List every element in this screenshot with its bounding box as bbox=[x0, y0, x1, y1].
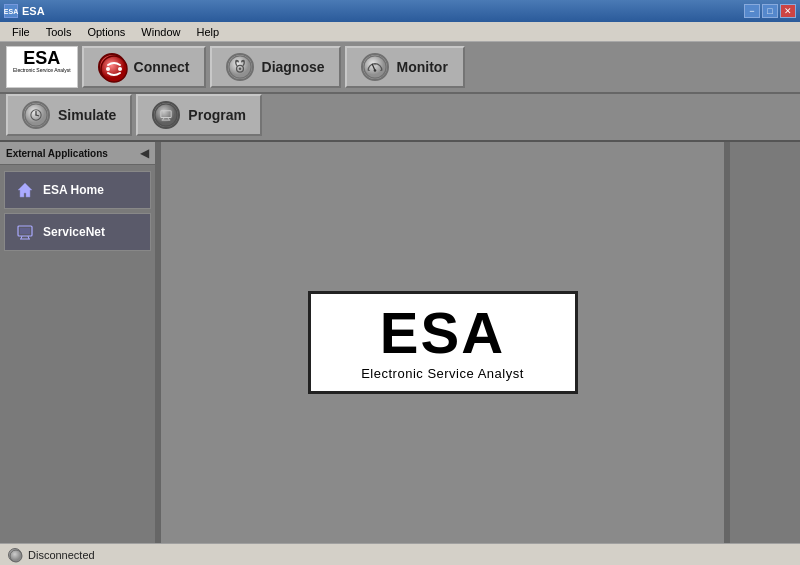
svg-point-3 bbox=[228, 56, 250, 78]
svg-point-9 bbox=[373, 69, 376, 72]
servicenet-icon bbox=[15, 222, 35, 242]
svg-point-6 bbox=[242, 60, 245, 63]
center-panel: ESA Electronic Service Analyst bbox=[161, 142, 724, 543]
title-bar: ESA ESA − □ ✕ bbox=[0, 0, 800, 22]
monitor-icon bbox=[361, 53, 389, 81]
svg-point-27 bbox=[10, 550, 22, 562]
sidebar-pin[interactable]: ◀ bbox=[140, 146, 149, 160]
diagnose-label: Diagnose bbox=[262, 59, 325, 75]
program-label: Program bbox=[188, 107, 246, 123]
program-button[interactable]: Program bbox=[136, 94, 262, 136]
menu-options[interactable]: Options bbox=[79, 24, 133, 40]
esa-home-label: ESA Home bbox=[43, 183, 104, 197]
svg-point-5 bbox=[235, 60, 238, 63]
home-icon bbox=[15, 180, 35, 200]
window-controls: − □ ✕ bbox=[744, 4, 796, 18]
esa-center-logo-subtitle: Electronic Service Analyst bbox=[361, 366, 524, 381]
esa-logo-header: ESA Electronic Service Analyst bbox=[6, 46, 78, 88]
svg-point-1 bbox=[106, 67, 110, 71]
esa-logo-header-subtitle: Electronic Service Analyst bbox=[13, 67, 71, 73]
right-panel bbox=[730, 142, 800, 543]
menu-window[interactable]: Window bbox=[133, 24, 188, 40]
maximize-button[interactable]: □ bbox=[762, 4, 778, 18]
status-text: Disconnected bbox=[28, 549, 95, 561]
program-icon bbox=[152, 101, 180, 129]
connect-icon bbox=[98, 53, 126, 81]
menu-bar: File Tools Options Window Help bbox=[0, 22, 800, 42]
app-icon: ESA bbox=[4, 4, 18, 18]
minimize-button[interactable]: − bbox=[744, 4, 760, 18]
window-title: ESA bbox=[22, 5, 45, 17]
svg-point-0 bbox=[101, 56, 127, 82]
diagnose-icon bbox=[226, 53, 254, 81]
menu-help[interactable]: Help bbox=[188, 24, 227, 40]
simulate-label: Simulate bbox=[58, 107, 116, 123]
svg-point-7 bbox=[238, 67, 241, 70]
monitor-label: Monitor bbox=[397, 59, 448, 75]
toolbar-row1: ESA Electronic Service Analyst Connect bbox=[0, 42, 800, 94]
esa-center-logo-text: ESA bbox=[380, 304, 505, 362]
sidebar-item-esa-home[interactable]: ESA Home bbox=[4, 171, 151, 209]
close-button[interactable]: ✕ bbox=[780, 4, 796, 18]
svg-point-2 bbox=[118, 67, 122, 71]
simulate-icon bbox=[22, 101, 50, 129]
connect-button[interactable]: Connect bbox=[82, 46, 206, 88]
esa-logo-header-text: ESA bbox=[23, 49, 60, 67]
sidebar-title: External Applications bbox=[6, 148, 108, 159]
menu-file[interactable]: File bbox=[4, 24, 38, 40]
monitor-button[interactable]: Monitor bbox=[345, 46, 465, 88]
sidebar: External Applications ◀ ESA Home bbox=[0, 142, 155, 543]
diagnose-button[interactable]: Diagnose bbox=[210, 46, 341, 88]
sidebar-header: External Applications ◀ bbox=[0, 142, 155, 165]
svg-point-17 bbox=[155, 104, 177, 126]
status-icon bbox=[8, 548, 22, 562]
svg-point-8 bbox=[363, 56, 385, 78]
simulate-button[interactable]: Simulate bbox=[6, 94, 132, 136]
main-content: External Applications ◀ ESA Home bbox=[0, 142, 800, 543]
connect-label: Connect bbox=[134, 59, 190, 75]
servicenet-label: ServiceNet bbox=[43, 225, 105, 239]
title-bar-left: ESA ESA bbox=[4, 4, 45, 18]
svg-rect-26 bbox=[20, 228, 30, 234]
sidebar-item-servicenet[interactable]: ServiceNet bbox=[4, 213, 151, 251]
sidebar-items: ESA Home ServiceNet bbox=[0, 165, 155, 257]
toolbar-row2: Simulate Program bbox=[0, 94, 800, 142]
status-bar: Disconnected bbox=[0, 543, 800, 565]
menu-tools[interactable]: Tools bbox=[38, 24, 80, 40]
esa-center-logo: ESA Electronic Service Analyst bbox=[308, 291, 578, 394]
